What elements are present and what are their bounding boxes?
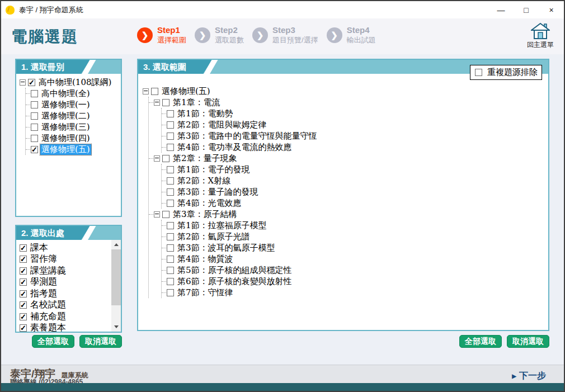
tree-item-label[interactable]: 第1節：電子的發現 — [176, 164, 251, 175]
tree-item-label[interactable]: 課本 — [29, 242, 49, 254]
checkbox[interactable] — [167, 278, 174, 285]
checkbox[interactable] — [31, 90, 38, 97]
scroll-down-button[interactable] — [111, 322, 121, 332]
tree-item-label[interactable]: 課堂講義 — [29, 265, 67, 277]
expander-toggle-icon[interactable] — [20, 79, 26, 86]
tree-item-label[interactable]: 選修物理(二) — [40, 111, 91, 121]
checkbox[interactable] — [167, 233, 174, 240]
tree-item-label[interactable]: 第2節：X射線 — [176, 176, 232, 186]
step-4[interactable]: ❯ Step4 輸出試題 — [327, 25, 376, 45]
range-select-all-button[interactable]: 全部選取 — [459, 335, 502, 348]
tree-item-label[interactable]: 高中物理(全) — [40, 88, 91, 99]
scroll-up-button[interactable] — [111, 240, 121, 249]
close-button[interactable]: × — [539, 1, 564, 18]
tree-item-label[interactable]: 第3節：電路中的電量守恆與能量守恆 — [176, 131, 318, 141]
checkbox[interactable]: ✓ — [20, 256, 27, 263]
minimize-button[interactable]: — — [488, 1, 514, 18]
tree-item-label[interactable]: 選修物理(四) — [40, 133, 91, 144]
step-2[interactable]: ❯ Step2 選取題數 — [195, 25, 244, 45]
checkbox[interactable]: ✓ — [20, 324, 27, 332]
tree-item-label[interactable]: 素養題本 — [29, 322, 67, 332]
source-button-row: 全部選取 取消選取 — [15, 335, 122, 348]
tree-item-label[interactable]: 第1節：電動勢 — [176, 108, 234, 119]
range-deselect-button[interactable]: 取消選取 — [507, 335, 549, 348]
step-4-desc: 輸出試題 — [347, 36, 376, 45]
checkbox[interactable]: ✓ — [20, 301, 27, 309]
tree-item-label[interactable]: 高中物理(108課綱) — [37, 77, 112, 88]
list-item: ✓學測題 — [20, 277, 120, 289]
next-button[interactable]: ▶ 下一步 — [512, 370, 546, 382]
checkbox[interactable] — [162, 155, 170, 162]
maximize-button[interactable]: □ — [514, 1, 539, 18]
home-button[interactable]: 回主選單 — [524, 23, 557, 50]
tree-item-label[interactable]: 第6節：原子核的衰變與放射性 — [176, 276, 293, 287]
expander-toggle-icon[interactable] — [154, 155, 160, 162]
checkbox[interactable]: ✓ — [28, 79, 35, 86]
checkbox[interactable] — [167, 200, 174, 207]
tree-connector — [162, 125, 166, 125]
tree-item-label[interactable]: 第4節：物質波 — [176, 254, 234, 265]
checkbox[interactable]: ✓ — [20, 313, 27, 320]
checkbox[interactable] — [31, 135, 38, 142]
source-select-all-button[interactable]: 全部選取 — [32, 335, 74, 348]
exclude-duplicates-control[interactable]: 重複題源排除 — [470, 65, 542, 80]
tree-item-label[interactable]: 學測題 — [29, 276, 58, 288]
tree-connector — [162, 237, 166, 237]
step-1[interactable]: ❯ Step1 選擇範圍 — [137, 25, 186, 45]
checkbox[interactable] — [151, 88, 158, 95]
tree-item-label[interactable]: 第2章：量子現象 — [172, 153, 238, 164]
checkbox[interactable] — [31, 112, 38, 120]
checkbox[interactable] — [167, 267, 174, 274]
tree-item-label[interactable]: 選修物理(五) — [161, 86, 211, 97]
checkbox[interactable]: ✓ — [20, 267, 27, 275]
exclude-duplicates-checkbox[interactable] — [475, 69, 482, 76]
checkbox[interactable]: ✓ — [20, 290, 27, 297]
checkbox[interactable]: ✓ — [20, 278, 27, 286]
checkbox[interactable] — [162, 211, 170, 218]
checkbox[interactable] — [167, 144, 174, 151]
tree-item-label[interactable]: 第1節：拉塞福原子模型 — [176, 220, 268, 231]
expander-toggle-icon[interactable] — [154, 100, 160, 106]
checkbox[interactable] — [167, 166, 174, 173]
checkbox[interactable] — [167, 177, 174, 185]
source-scrollbar[interactable] — [111, 240, 121, 332]
checkbox[interactable] — [167, 188, 174, 196]
checkbox[interactable] — [162, 99, 170, 106]
step-3[interactable]: ❯ Step3 題目預覽/選擇 — [252, 25, 318, 45]
tree-item-label[interactable]: 第4節：電功率及電流的熱效應 — [176, 142, 293, 153]
checkbox[interactable] — [167, 121, 174, 129]
source-deselect-button[interactable]: 取消選取 — [79, 335, 122, 348]
tree-item-label[interactable]: 第5節：原子核的組成與穩定性 — [176, 265, 293, 276]
tree-item-label[interactable]: 選修物理(五) — [40, 144, 91, 155]
tree-item-label[interactable]: 選修物理(三) — [40, 122, 91, 133]
tree-item-label[interactable]: 第3節：波耳的氫原子模型 — [176, 243, 276, 253]
tree-item-label[interactable]: 指考題 — [29, 288, 58, 300]
checkbox[interactable]: ✓ — [31, 146, 38, 153]
tree-item-label[interactable]: 第2節：氫原子光譜 — [176, 232, 251, 242]
checkbox[interactable] — [167, 222, 174, 229]
tree-item-label[interactable]: 第4節：光電效應 — [176, 198, 243, 209]
checkbox[interactable] — [31, 124, 38, 131]
expander-toggle-icon[interactable] — [154, 211, 160, 218]
tree-item-label[interactable]: 第2節：電阻與歐姆定律 — [176, 120, 268, 130]
tree-item-label[interactable]: 第3章：原子結構 — [172, 209, 238, 220]
checkbox[interactable] — [167, 244, 174, 252]
tree-item-label[interactable]: 第7節：守恆律 — [176, 287, 234, 298]
tree-item-label[interactable]: 第1章：電流 — [172, 97, 222, 108]
checkbox[interactable] — [167, 133, 174, 140]
checkbox[interactable] — [167, 110, 174, 117]
scroll-thumb[interactable] — [111, 249, 121, 305]
expander-toggle-icon[interactable] — [143, 88, 149, 95]
checkbox[interactable] — [167, 289, 174, 296]
checkbox[interactable] — [167, 256, 174, 263]
page-header: 電腦選題 ❯ Step1 選擇範圍 ❯ Step2 選取題數 ❯ Step3 — [1, 18, 564, 54]
tree-item-label[interactable]: 補充命題 — [29, 311, 67, 323]
tree-item-label[interactable]: 習作簿 — [29, 253, 58, 265]
tree-item-label[interactable]: 第3節：量子論的發現 — [176, 187, 260, 197]
tree-row: 第1章：電流 — [149, 97, 547, 108]
tree-item-label[interactable]: 名校試題 — [29, 299, 67, 311]
checkbox[interactable] — [31, 101, 38, 108]
checkbox[interactable]: ✓ — [20, 244, 27, 252]
range-button-row: 全部選取 取消選取 — [137, 335, 549, 348]
tree-item-label[interactable]: 選修物理(一) — [40, 100, 91, 110]
